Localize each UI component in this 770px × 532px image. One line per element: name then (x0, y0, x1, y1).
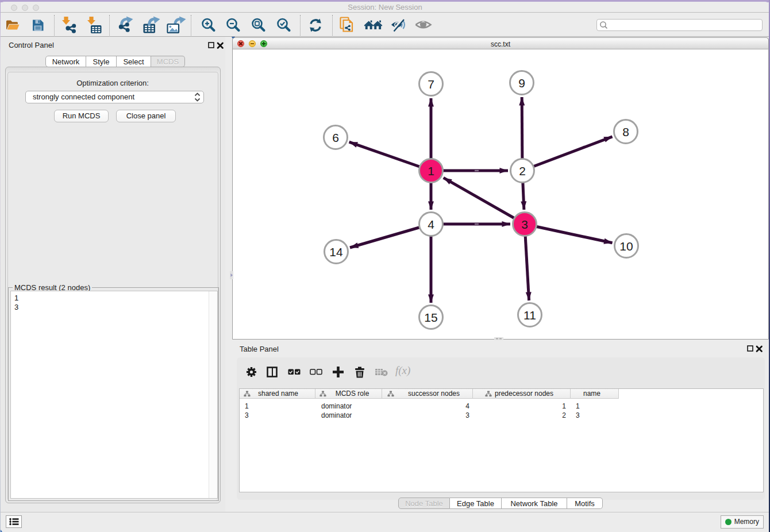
svg-text:4: 4 (428, 218, 434, 231)
svg-text:7: 7 (428, 78, 434, 91)
svg-text:15: 15 (424, 311, 437, 324)
svg-text:6: 6 (332, 131, 339, 144)
svg-text:14: 14 (329, 245, 343, 259)
svg-text:3: 3 (521, 218, 528, 231)
svg-text:1: 1 (428, 164, 434, 178)
svg-text:10: 10 (619, 240, 633, 253)
svg-text:9: 9 (518, 76, 525, 90)
svg-text:11: 11 (523, 309, 536, 322)
svg-text:2: 2 (519, 164, 526, 178)
svg-text:8: 8 (622, 125, 629, 138)
